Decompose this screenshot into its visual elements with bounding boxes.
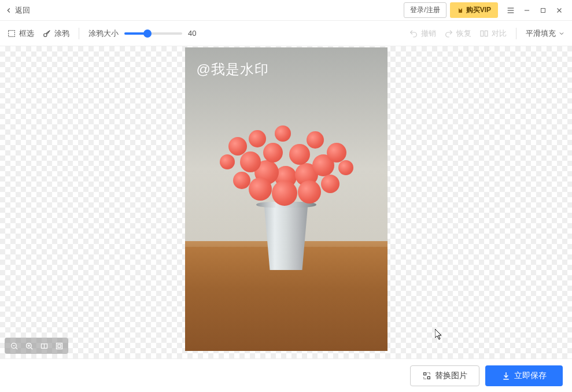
brush-tool[interactable]: 涂鸦 [42, 28, 69, 39]
minimize-button[interactable] [519, 2, 535, 19]
actual-size-button[interactable] [52, 339, 66, 352]
fit-width-button[interactable] [37, 339, 51, 352]
brush-size-group: 涂鸦大小 40 [88, 28, 196, 39]
zoom-in-icon [25, 342, 34, 350]
redo-label: 恢复 [456, 28, 471, 39]
svg-rect-21 [58, 345, 61, 347]
svg-rect-10 [485, 31, 488, 36]
watermark-text: @我是水印 [197, 60, 269, 79]
save-label: 立即保存 [514, 371, 547, 381]
actual-size-icon [55, 342, 64, 350]
separator [516, 28, 516, 39]
image-preview[interactable]: @我是水印 [185, 47, 388, 351]
maximize-button[interactable] [535, 2, 551, 19]
replace-label: 替换图片 [435, 371, 467, 381]
buy-vip-button[interactable]: 购买VIP [450, 2, 498, 18]
replace-icon [422, 371, 431, 380]
undo-button[interactable]: 撤销 [409, 28, 436, 39]
svg-rect-20 [56, 343, 62, 349]
menu-button[interactable] [503, 2, 519, 19]
brush-icon [42, 29, 51, 38]
close-button[interactable] [551, 2, 567, 19]
redo-button[interactable]: 恢复 [444, 28, 471, 39]
back-button[interactable]: 返回 [5, 5, 30, 16]
undo-icon [409, 29, 418, 38]
fill-mode-dropdown[interactable]: 平滑填充 [526, 28, 565, 39]
download-icon [501, 371, 511, 380]
brush-size-value: 40 [188, 29, 196, 38]
zoom-in-button[interactable] [22, 339, 36, 352]
close-icon [555, 6, 563, 14]
brush-size-label: 涂鸦大小 [88, 28, 119, 39]
back-label: 返回 [15, 5, 30, 16]
svg-rect-9 [481, 31, 484, 36]
compare-icon [479, 29, 489, 38]
undo-label: 撤销 [421, 28, 436, 39]
fit-width-icon [40, 342, 49, 350]
vip-label: 购买VIP [466, 5, 491, 15]
arrow-left-icon [5, 6, 13, 14]
footer: 替换图片 立即保存 [0, 358, 572, 392]
box-select-icon [7, 29, 16, 38]
separator [79, 28, 79, 39]
svg-line-13 [16, 347, 17, 349]
login-button[interactable]: 登录/注册 [404, 2, 446, 18]
zoom-controls [5, 338, 68, 354]
brush-label: 涂鸦 [54, 28, 69, 39]
zoom-out-button[interactable] [7, 339, 21, 352]
image-content [205, 120, 367, 206]
save-button[interactable]: 立即保存 [485, 365, 563, 386]
vip-crown-icon [457, 7, 464, 14]
fill-mode-label: 平滑填充 [526, 28, 556, 39]
box-select-tool[interactable]: 框选 [7, 28, 34, 39]
zoom-out-icon [10, 342, 19, 350]
svg-rect-7 [9, 30, 15, 36]
svg-point-8 [44, 34, 47, 36]
slider-thumb[interactable] [143, 29, 152, 38]
minimize-icon [523, 6, 531, 14]
canvas-area[interactable]: @我是水印 [0, 46, 572, 358]
box-select-label: 框选 [19, 28, 34, 39]
redo-icon [444, 29, 453, 38]
compare-label: 对比 [492, 28, 507, 39]
toolbar: 框选 涂鸦 涂鸦大小 40 撤销 恢复 [0, 21, 572, 46]
maximize-icon [540, 7, 547, 14]
hamburger-icon [506, 6, 515, 15]
brush-size-slider[interactable] [124, 32, 182, 35]
replace-image-button[interactable]: 替换图片 [410, 365, 479, 386]
compare-button[interactable]: 对比 [479, 28, 507, 39]
chevron-down-icon [558, 30, 565, 37]
title-bar: 返回 登录/注册 购买VIP [0, 0, 572, 21]
svg-line-17 [31, 347, 32, 349]
svg-rect-4 [541, 8, 545, 12]
mouse-cursor-icon [435, 329, 444, 341]
